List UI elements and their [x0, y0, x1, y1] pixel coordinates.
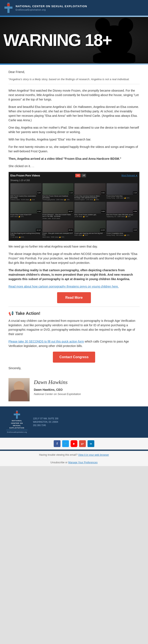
linkedin-icon[interactable]: in: [88, 440, 94, 447]
video-stats-10: NEW video · 500K views 👍 53%: [42, 236, 74, 238]
video-stats-9: 77.0K views 👍 81%: [10, 236, 42, 238]
unsubscribe-section: Unsubscribe or Manage Your Preferences: [0, 459, 148, 466]
screenshot-header: Elsa Frozen Porn Videos HD All Most Rele…: [10, 174, 138, 178]
address-line1: 1201 F ST NW, SUITE 200: [33, 417, 58, 420]
address-line2: WASHINGTON, DC 20004: [33, 420, 58, 424]
greeting: Dear Friend,: [8, 70, 140, 74]
svg-point-2: [7, 4, 10, 6]
video-item-2: 1:14 Elsa from Frozen Gloves and Swallow…: [42, 183, 74, 201]
screenshot-title: Elsa Frozen Porn Videos: [10, 174, 40, 178]
video-item-1: 4:25 DDD Pornhf master] Elsa masturbatio…: [10, 183, 42, 201]
image-note: The above image depicts the first page o…: [8, 252, 140, 265]
footer-note: Having trouble viewing this email? View …: [0, 451, 148, 459]
org-logo-icon: [4, 2, 13, 13]
footer-website: EndSexualExploitation.org: [7, 431, 27, 434]
video-grid-row-3: 10:16 Futa Elsa fingering and sucking An…: [10, 220, 138, 238]
action-form-link[interactable]: Please take 30 SECONDS to fill out this …: [8, 340, 84, 343]
video-grid-row-1: 4:25 DDD Pornhf master] Elsa masturbatio…: [10, 183, 138, 201]
para-2: Brave and beautiful Elsa became Angelina…: [8, 105, 140, 122]
video-label-3: Frozen Elsa and Anna Hardcore Bdsm Bonda…: [74, 195, 106, 199]
screenshot-box: Elsa Frozen Porn Videos HD All Most Rele…: [8, 172, 140, 241]
bold-statement: The disturbing reality is that cartoon p…: [8, 268, 140, 282]
para-6: Then, Angelina arrived at a video titled…: [8, 156, 140, 161]
video-label-7: Elsa x Anna Frozen (soldiers girl): [74, 214, 106, 216]
svg-rect-4: [14, 414, 20, 415]
youtube-icon[interactable]: ▶: [70, 440, 78, 447]
read-more-section: Read More: [8, 292, 140, 303]
signature-handwriting: Dawn Hawkins: [34, 378, 81, 386]
video-grid-row-2: 2:10 Frozen Elsa Fucked #GainY87P 300K v…: [10, 202, 138, 220]
video-duration-1: 4:25: [37, 192, 41, 194]
video-label-5: Frozen Elsa Fucked #GainY87P: [10, 214, 42, 216]
video-duration-2: 1:14: [69, 192, 73, 194]
para-1: When Angelina* first watched the Disney …: [8, 88, 140, 102]
all-btn[interactable]: All: [82, 174, 86, 178]
view-in-browser-link[interactable]: View it in your web browser: [78, 454, 109, 456]
email-body: Dear Friend, *Angelina's story is a like…: [0, 65, 148, 406]
video-item-8: 0:58 Elsa from Frozen video 999 (blah ca…: [106, 202, 138, 220]
footer-dark: NATIONAL CENTER ON SEXUAL EXPLOITATION E…: [0, 406, 148, 438]
cartoon-porn-link[interactable]: Read more about how cartoon pornography …: [8, 285, 118, 288]
video-duration-4: 2:15: [133, 192, 137, 194]
ceo-org: National Center on Sexual Exploitation: [34, 392, 81, 396]
para-3: One day, Angelina was on her mother's iP…: [8, 126, 140, 134]
signature-section: Dawn Hawkins Dawn Hawkins, CEO National …: [8, 375, 140, 401]
googleplus-icon[interactable]: g+: [79, 440, 86, 447]
hero-section: WARNING 18+: [0, 17, 148, 64]
sincerely: Sincerely,: [8, 366, 140, 370]
para-4: With her tiny thumbs, Angelina typed "El…: [8, 137, 140, 142]
video-label-8: Elsa from Frozen video 999 (blah cat yz): [106, 214, 138, 216]
video-duration-3: 0:52: [101, 192, 105, 194]
video-thumb-7: 5:00: [74, 202, 106, 214]
video-duration-5: 2:10: [37, 210, 41, 213]
contact-congress-button[interactable]: Contact Congress: [53, 352, 95, 362]
contact-congress-section: Contact Congress: [8, 352, 140, 362]
video-item-10: 26:31 Frozen - Elsa gets fucked and crea…: [42, 220, 74, 238]
video-stats-5: 300K views 👍 67%: [10, 216, 42, 218]
screenshot-controls: HD All: [75, 174, 86, 178]
video-stats-3: CartoonCeption · 2.4K views 👍 48%: [74, 199, 106, 201]
read-more-button[interactable]: Read More: [57, 292, 91, 303]
video-label-11: Frozen gets fingering and ass from big b…: [74, 232, 106, 234]
video-label-2: Elsa from Frozen Gloves and Swallows [An…: [42, 195, 74, 199]
video-item-4: 2:15 Frozen Anna Fucks Elsa Honey Panty …: [106, 183, 138, 201]
video-label-12: Frozen Compilation Anna: [106, 232, 138, 234]
video-duration-9: 10:16: [36, 229, 41, 232]
warning-overlay: WARNING 18+: [0, 17, 148, 64]
trouble-text: Having trouble viewing this email?: [39, 454, 78, 456]
header: NATIONAL CENTER ON SEXUAL EXPLOITATION E…: [0, 0, 148, 16]
signature-photo: [8, 378, 30, 401]
svg-rect-1: [4, 6, 12, 9]
twitter-icon[interactable]: 🐦: [62, 440, 69, 447]
svg-point-5: [16, 411, 18, 414]
footer-logo-area: NATIONAL CENTER ON SEXUAL EXPLOITATION E…: [4, 411, 30, 434]
header-text: NATIONAL CENTER ON SEXUAL EXPLOITATION E…: [16, 4, 87, 12]
divider-1: [8, 306, 140, 307]
video-item-5: 2:10 Frozen Elsa Fucked #GainY87P 300K v…: [10, 202, 42, 220]
manage-preferences-link[interactable]: Manage Your Preferences: [68, 461, 98, 464]
filter-dropdown[interactable]: Most Relevant ▼: [121, 174, 138, 177]
para-5: For the next twenty minutes or so, she s…: [8, 145, 140, 154]
video-duration-12: 3:15: [133, 229, 137, 232]
video-label-9: Futa Elsa fingering and sucking Anna (Ho…: [10, 232, 42, 236]
warning-text: WARNING 18+: [0, 28, 112, 53]
video-thumb-12: 3:15: [106, 220, 138, 232]
take-action-title: Take Action!: [16, 310, 40, 316]
video-thumb-2: 1:14: [42, 183, 74, 195]
video-stats-2: TheNaughty,Anime · 200K views 👍 73%: [42, 199, 74, 201]
video-stats-4: Honey Panty · 100K views 👍 60%: [106, 197, 138, 199]
ceo-name: Dawn Hawkins, CEO: [34, 388, 81, 392]
video-item-12: 3:15 Frozen Compilation Anna Honey Panty…: [106, 220, 138, 238]
video-duration-6: 10:37: [68, 210, 73, 213]
social-bar: f 🐦 ▶ g+ in: [0, 438, 148, 450]
video-item-6: 10:37 Frozen Betrayal 2 - Elsa And Krist…: [42, 202, 74, 220]
results-count: Showing 1-20 of 268: [10, 179, 138, 182]
website-url: EndSexualExploitation.org: [16, 8, 87, 12]
facebook-icon[interactable]: f: [54, 440, 60, 447]
action-para: A crucial way children can be protected …: [8, 318, 140, 336]
after-screenshot: We need go no further into what Angelina…: [8, 244, 140, 249]
ceo-photo: [8, 378, 30, 401]
para-7: She clicked on it. . .: [8, 164, 140, 168]
hd-btn[interactable]: HD: [75, 174, 80, 178]
video-thumb-9: 10:16: [10, 220, 42, 232]
